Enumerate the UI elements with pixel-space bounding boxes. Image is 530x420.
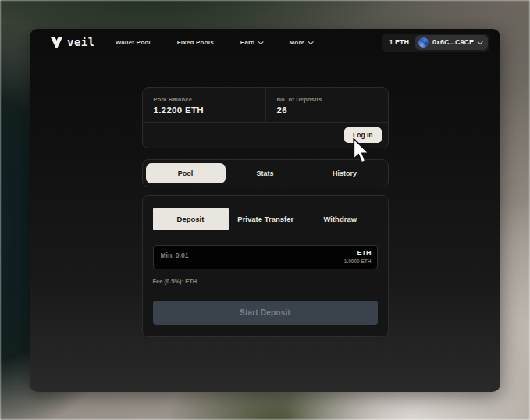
stats-actions: Log In bbox=[143, 123, 388, 148]
start-deposit-button[interactable]: Start Deposit bbox=[153, 301, 378, 325]
tab-pool[interactable]: Pool bbox=[146, 163, 226, 183]
pool-balance-label: Pool Balance bbox=[154, 96, 254, 103]
tab-history[interactable]: History bbox=[305, 163, 385, 183]
pool-stats-card: Pool Balance 1.2200 ETH No. of Deposits … bbox=[142, 87, 389, 148]
veil-logo-icon bbox=[51, 37, 62, 48]
main-content: Pool Balance 1.2200 ETH No. of Deposits … bbox=[142, 87, 389, 337]
amount-input[interactable] bbox=[153, 245, 378, 269]
nav-item-label: More bbox=[289, 39, 304, 46]
eth-balance: 1 ETH bbox=[389, 38, 409, 46]
fee-text: Fee (0.5%): ETH bbox=[153, 278, 378, 285]
amount-field-wrap: ETH 1.0000 ETH bbox=[153, 245, 378, 269]
nav-item-fixed-pools[interactable]: Fixed Pools bbox=[177, 39, 214, 46]
tab-stats[interactable]: Stats bbox=[226, 163, 305, 183]
action-tabs: Deposit Private Transfer Withdraw bbox=[153, 208, 378, 230]
deposit-card: Deposit Private Transfer Withdraw ETH 1.… bbox=[142, 195, 389, 337]
chevron-down-icon bbox=[308, 39, 314, 44]
wallet-address-button[interactable]: 0x6C...C9CE bbox=[415, 35, 488, 50]
tab-withdraw[interactable]: Withdraw bbox=[303, 208, 378, 230]
nav-item-label: Earn bbox=[240, 39, 255, 46]
chevron-down-icon bbox=[478, 39, 483, 44]
wallet-area: 1 ETH 0x6C...C9CE bbox=[382, 34, 489, 52]
app-window: veil Wallet Pool Fixed Pools Earn More 1… bbox=[30, 29, 500, 392]
deposits-label: No. of Deposits bbox=[277, 96, 377, 103]
veil-logo[interactable]: veil bbox=[51, 36, 95, 48]
nav-item-wallet-pool[interactable]: Wallet Pool bbox=[116, 39, 151, 46]
nav-bar: veil Wallet Pool Fixed Pools Earn More 1… bbox=[30, 29, 500, 52]
pool-balance-stat: Pool Balance 1.2200 ETH bbox=[143, 88, 265, 122]
pool-balance-value: 1.2200 ETH bbox=[154, 105, 254, 115]
deposits-stat: No. of Deposits 26 bbox=[265, 88, 388, 122]
wallet-address: 0x6C...C9CE bbox=[432, 38, 474, 46]
log-in-button[interactable]: Log In bbox=[344, 127, 382, 143]
veil-logo-text: veil bbox=[67, 36, 95, 48]
nav-item-label: Wallet Pool bbox=[116, 39, 151, 46]
view-tabs: Pool Stats History bbox=[142, 159, 389, 187]
chevron-down-icon bbox=[258, 39, 264, 44]
nav-items: Wallet Pool Fixed Pools Earn More bbox=[116, 39, 313, 46]
nav-item-label: Fixed Pools bbox=[177, 39, 214, 46]
tab-deposit[interactable]: Deposit bbox=[153, 208, 229, 230]
wallet-identicon bbox=[418, 37, 429, 48]
deposits-value: 26 bbox=[277, 105, 377, 115]
nav-item-more[interactable]: More bbox=[289, 39, 312, 46]
stats-row: Pool Balance 1.2200 ETH No. of Deposits … bbox=[143, 88, 388, 123]
nav-item-earn[interactable]: Earn bbox=[240, 39, 263, 46]
tab-private-transfer[interactable]: Private Transfer bbox=[229, 208, 304, 230]
